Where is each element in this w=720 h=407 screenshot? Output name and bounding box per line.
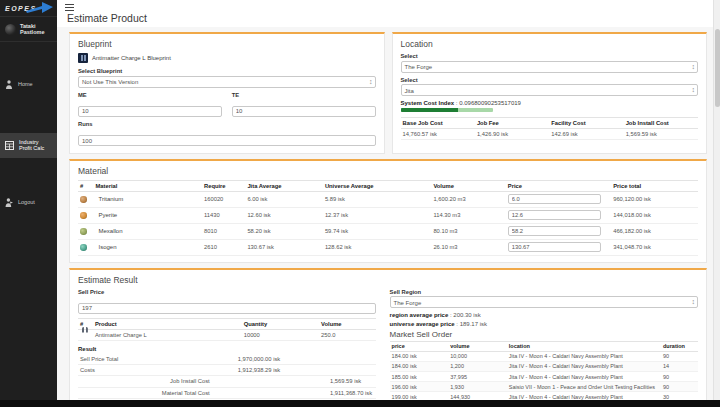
market-header: volume xyxy=(448,341,507,351)
table-row: Antimatter Charge L 10000 250.0 xyxy=(78,329,376,340)
market-sell-order-title: Market Sell Order xyxy=(390,330,698,339)
material-name: Isogen xyxy=(99,244,117,250)
main-area: Estimate Product Blueprint Antimatter Ch… xyxy=(57,0,720,400)
market-order-row: 184.00 isk10,000Jita IV - Moon 4 - Calda… xyxy=(390,351,698,361)
select-stepper-icon: ↕ xyxy=(692,298,696,305)
table-row: Sell Price Total 1,970,000.00 isk xyxy=(78,354,376,365)
material-price-input[interactable] xyxy=(508,242,601,252)
result-row-subvalue: 1,911,368.70 isk xyxy=(328,387,376,398)
material-name: Pyerite xyxy=(99,212,118,218)
blueprint-select-value: Not Use This Version xyxy=(82,79,138,85)
avatar xyxy=(5,24,16,35)
material-price-input[interactable] xyxy=(508,210,601,220)
material-universe-average: 128.62 isk xyxy=(323,239,432,255)
runs-input[interactable] xyxy=(78,135,376,146)
vertical-scrollbar[interactable] xyxy=(713,0,720,400)
product-volume: 250.0 xyxy=(319,329,376,340)
material-volume: 114.30 m3 xyxy=(431,207,505,223)
cost-header: Job Install Cost xyxy=(624,117,698,128)
material-header: Jita Average xyxy=(245,180,323,191)
select-stepper-icon: ↕ xyxy=(692,63,696,70)
sell-region-select-value: The Forge xyxy=(394,300,422,306)
sell-region-select[interactable]: The Forge ↕ xyxy=(390,296,698,308)
universe-average-price-label: universe average price xyxy=(390,321,455,327)
product-header: Quantity xyxy=(242,318,319,329)
table-row: Job Install Cost 1,569.59 isk xyxy=(78,376,376,387)
material-table: # Material Require Jita Average Universe… xyxy=(78,180,698,256)
region-select-label: Select xyxy=(401,53,699,59)
app-logo[interactable]: EOPES xyxy=(0,0,57,17)
result-row-label: Job Install Cost xyxy=(78,376,236,387)
blueprint-item-name: Antimatter Charge L Blueprint xyxy=(92,55,171,61)
material-price-total: 960,120.00 isk xyxy=(611,191,698,207)
market-header: price xyxy=(390,341,449,351)
table-row: Material Total Cost 1,911,368.70 isk xyxy=(78,387,376,398)
material-price-input[interactable] xyxy=(508,226,601,236)
te-input[interactable] xyxy=(232,106,376,117)
me-label: ME xyxy=(78,92,222,98)
select-stepper-icon: ↕ xyxy=(369,78,373,85)
sidebar-item-industry-profit-calc[interactable]: Industry Profit Calc xyxy=(0,133,57,158)
isogen-ore-icon xyxy=(80,244,87,251)
cost-index-progress-bar xyxy=(401,108,493,112)
table-row: Tritanium 160020 6.00 isk 5.89 isk 1,600… xyxy=(78,191,698,207)
system-cost-index-label: System Cost Index xyxy=(401,100,455,106)
arrow-icon xyxy=(26,1,54,15)
sidebar-user[interactable]: Tataki Pastlome xyxy=(0,17,57,42)
system-select[interactable]: Jita ↕ xyxy=(401,84,699,96)
market-header: location xyxy=(507,341,661,351)
person-icon xyxy=(5,80,13,89)
region-average-price-label: region average price xyxy=(390,312,449,318)
region-average-price: region average price : 200.30 isk xyxy=(390,312,698,318)
material-price-input[interactable] xyxy=(508,194,601,204)
logout-icon xyxy=(5,198,13,207)
result-row-subvalue xyxy=(328,364,376,375)
cost-header: Job Fee xyxy=(475,117,549,128)
me-input[interactable] xyxy=(78,106,222,117)
material-volume: 80.10 m3 xyxy=(431,223,505,239)
result-row-subvalue: 1,569.59 isk xyxy=(328,376,376,387)
universe-average-price-value: 189.17 isk xyxy=(460,321,487,327)
blueprint-select[interactable]: Not Use This Version ↕ xyxy=(78,76,376,88)
market-header: duration xyxy=(661,341,698,351)
market-order-duration: 90 xyxy=(661,351,698,361)
sidebar-item-home[interactable]: Home xyxy=(0,74,57,95)
app-window: EOPES Tataki Pastlome Home Industry Prof… xyxy=(0,0,720,407)
market-order-location: Jita IV - Moon 4 - Caldari Navy Assembly… xyxy=(507,361,661,371)
material-universe-average: 12.37 isk xyxy=(323,207,432,223)
system-select-label: Select xyxy=(401,77,699,83)
product-header: Product xyxy=(93,318,242,329)
material-require: 11430 xyxy=(202,207,245,223)
scrollbar-thumb[interactable] xyxy=(715,29,720,107)
system-cost-index: System Cost Index : 0.09680090253517019 xyxy=(401,100,699,106)
market-order-volume: 1,200 xyxy=(448,361,507,371)
sell-price-input[interactable] xyxy=(78,303,376,314)
sidebar-item-label: Home xyxy=(18,81,33,87)
market-order-location: Jita IV - Moon 4 - Caldari Navy Assembly… xyxy=(507,392,661,400)
material-require: 8010 xyxy=(202,223,245,239)
result-row-value: 1,912,938.29 isk xyxy=(236,364,328,375)
product-header: # xyxy=(78,318,93,329)
sell-price-label: Sell Price xyxy=(78,289,376,295)
sidebar: EOPES Tataki Pastlome Home Industry Prof… xyxy=(0,0,57,400)
blueprint-item: Antimatter Charge L Blueprint xyxy=(78,53,376,63)
table-row: Isogen 2610 130.67 isk 128.62 isk 26.10 … xyxy=(78,239,698,255)
market-order-duration: 90 xyxy=(661,382,698,392)
material-jita-average: 130.67 isk xyxy=(245,239,323,255)
facility-cost-value: 142.69 isk xyxy=(549,128,623,139)
table-row: Pyerite 11430 12.60 isk 12.37 isk 114.30… xyxy=(78,207,698,223)
te-label: TE xyxy=(232,92,376,98)
material-title: Material xyxy=(78,166,698,176)
market-order-duration: 14 xyxy=(661,361,698,371)
market-order-row: 184.00 isk1,200Jita IV - Moon 4 - Caldar… xyxy=(390,361,698,371)
region-select[interactable]: The Forge ↕ xyxy=(401,61,699,73)
material-name: Mexallon xyxy=(99,228,123,234)
sidebar-item-label: Logout xyxy=(18,199,35,205)
sidebar-item-logout[interactable]: Logout xyxy=(0,192,57,213)
result-row-label: Costs xyxy=(78,364,236,375)
market-order-location: Jita IV - Moon 4 - Caldari Navy Assembly… xyxy=(507,351,661,361)
material-header: Volume xyxy=(431,180,505,191)
material-require: 2610 xyxy=(202,239,245,255)
base-job-cost-value: 14,760.57 isk xyxy=(401,128,475,139)
topbar: Estimate Product xyxy=(57,0,720,27)
